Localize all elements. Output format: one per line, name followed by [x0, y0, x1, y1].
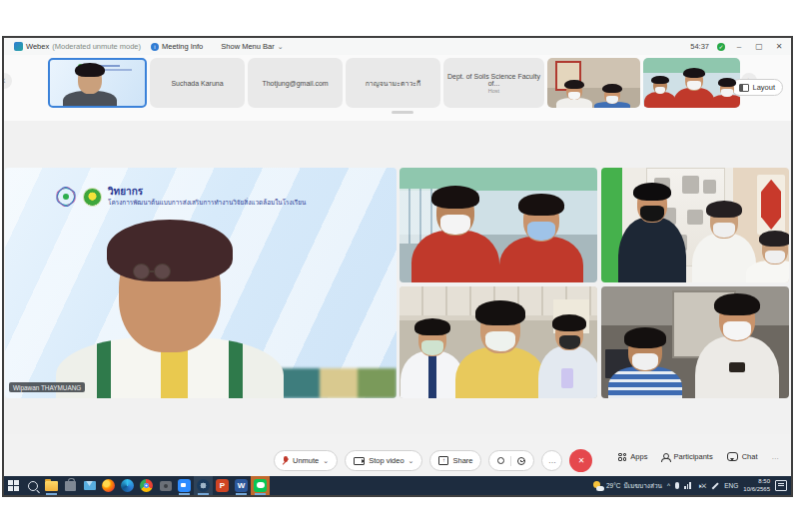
webex-logo-icon [14, 42, 23, 51]
video-tile-classroom-a[interactable] [400, 168, 597, 282]
taskbar-edge[interactable] [118, 476, 137, 495]
app-title: Webex [26, 42, 49, 51]
participant-name: Suchada Karuna [171, 80, 223, 87]
apps-label: Apps [630, 452, 647, 461]
record-icon[interactable] [497, 457, 504, 464]
glasses [133, 264, 171, 279]
participant-name: Dept. of Soils Science Faculty of... [446, 73, 541, 87]
chat-button[interactable]: Chat [727, 452, 758, 461]
taskbar-firefox[interactable] [99, 476, 118, 495]
taskbar-mail[interactable] [80, 476, 99, 495]
show-menu-label: Show Menu Bar [221, 42, 274, 51]
divider [510, 456, 511, 466]
tile-participant-2[interactable]: Thotjung@gmail.com [248, 58, 343, 108]
reactions-icon[interactable] [517, 457, 525, 465]
phone [561, 368, 573, 388]
taskbar-zoom[interactable] [175, 476, 194, 495]
start-button[interactable] [4, 476, 23, 495]
filmstrip-prev-button[interactable]: ‹ [2, 73, 12, 89]
taskbar-file-explorer[interactable] [42, 476, 61, 495]
store-icon [65, 481, 76, 491]
thumbnail-classroom-1[interactable] [547, 58, 640, 108]
tile-participant-3[interactable]: กาญจนามะตาวะกี [346, 58, 440, 108]
webex-window: Webex (Moderated unmute mode) i Meeting … [2, 36, 793, 497]
windows-logo-icon [8, 480, 19, 491]
mic-muted-icon [283, 456, 289, 465]
video-tile-classroom-d[interactable] [601, 286, 789, 398]
meeting-timer: 54:37 [690, 42, 709, 51]
taskbar-line[interactable] [251, 476, 270, 495]
meeting-info-button[interactable]: i Meeting Info [151, 42, 203, 51]
chat-label: Chat [742, 452, 758, 461]
thumbnail-classroom-2[interactable] [643, 58, 740, 108]
person [697, 298, 777, 398]
maximize-button[interactable]: ▢ [753, 42, 765, 51]
stop-video-button[interactable]: Stop video ⌄ [345, 450, 422, 471]
file-explorer-icon [45, 481, 58, 491]
apps-icon [618, 453, 626, 461]
camera-app-icon [160, 481, 172, 491]
action-center-icon[interactable] [775, 480, 787, 491]
tray-mic-icon[interactable] [675, 482, 679, 489]
share-label: Share [452, 456, 472, 465]
apps-button[interactable]: Apps [618, 452, 647, 461]
minimize-button[interactable]: – [733, 42, 745, 51]
unmute-button[interactable]: Unmute ⌄ [274, 450, 338, 471]
weather-widget[interactable]: 29°C มีเมฆบางส่วน [593, 481, 662, 491]
participants-label: Participants [673, 452, 712, 461]
person [747, 235, 789, 282]
wall-sign [757, 175, 785, 235]
taskbar-chrome[interactable] [137, 476, 156, 495]
stop-video-chevron-icon[interactable]: ⌄ [408, 457, 414, 465]
clock-time: 8:50 [743, 478, 770, 486]
taskbar-search-button[interactable] [23, 476, 42, 495]
line-app-icon [254, 479, 267, 492]
participants-button[interactable]: Participants [661, 452, 712, 461]
taskbar-webex[interactable] [194, 476, 213, 495]
camera-icon [354, 457, 365, 465]
language-indicator[interactable]: ENG [724, 482, 738, 489]
speaker-person [60, 234, 280, 398]
taskbar-clock[interactable]: 8:50 10/6/2565 [743, 478, 770, 493]
weather-desc: มีเมฆบางส่วน [623, 481, 662, 491]
hidden-icons-button[interactable]: ^ [667, 482, 670, 489]
volume-muted-icon[interactable]: 🕨✕ [697, 482, 706, 490]
close-button[interactable]: ✕ [773, 42, 785, 51]
show-menu-bar-button[interactable]: Show Menu Bar ⌄ [221, 42, 283, 51]
science-club-logo-icon [55, 186, 77, 208]
app-title-group: Webex (Moderated unmute mode) [14, 42, 141, 51]
person [675, 70, 713, 108]
video-tile-classroom-c[interactable] [400, 286, 597, 398]
tile-participant-host[interactable]: Dept. of Soils Science Faculty of... Hos… [443, 58, 544, 108]
slide-title: วิทยากร [108, 186, 306, 199]
word-icon: W [235, 479, 248, 492]
video-tile-classroom-b[interactable] [601, 168, 789, 282]
more-options-button[interactable]: … [541, 450, 562, 471]
person [609, 332, 681, 398]
filmstrip-resize-handle[interactable] [392, 111, 413, 114]
share-button[interactable]: ↑ Share [429, 450, 481, 471]
person [619, 187, 685, 282]
video-tile-speaker[interactable]: วิทยากร โครงการพัฒนาต้นแบบการส่งเสริมการ… [5, 168, 397, 398]
network-icon[interactable] [684, 482, 692, 489]
stop-video-label: Stop video [369, 456, 403, 465]
chrome-icon [140, 479, 153, 492]
connection-status-icon: ✓ [717, 43, 725, 51]
system-tray: 29°C มีเมฆบางส่วน ^ 🕨✕ ENG 8:50 10/6/256… [593, 478, 791, 493]
taskbar-powerpoint[interactable]: P [213, 476, 232, 495]
taskbar-store[interactable] [61, 476, 80, 495]
weather-temp: 29°C [606, 482, 621, 489]
panel-more-button[interactable]: … [772, 452, 780, 461]
leave-meeting-button[interactable]: ✕ [569, 449, 592, 472]
zoom-app-icon [178, 479, 191, 492]
person [64, 66, 116, 106]
tile-participant-1[interactable]: Suchada Karuna [150, 58, 245, 108]
layout-label: Layout [752, 83, 775, 92]
thumbnail-active-speaker[interactable] [48, 58, 147, 108]
taskbar-camera[interactable] [156, 476, 175, 495]
unmute-chevron-icon[interactable]: ⌄ [323, 457, 329, 465]
taskbar-word[interactable]: W [232, 476, 251, 495]
person [457, 306, 543, 398]
pen-icon[interactable] [712, 482, 719, 489]
control-bar: Unmute ⌄ Stop video ⌄ ↑ Share … ✕ [4, 449, 791, 475]
